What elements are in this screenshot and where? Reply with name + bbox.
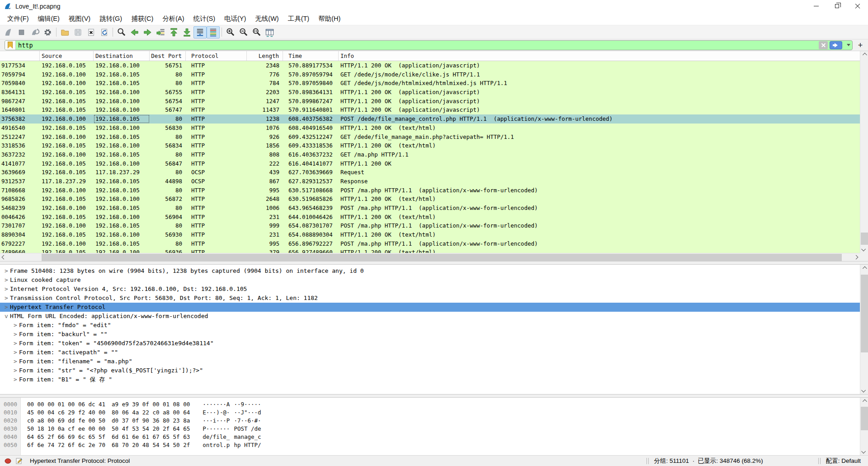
column-header-destination[interactable]: Destination	[94, 51, 150, 61]
packet-row[interactable]: 9177534 192.168.0.105 192.168.0.100 5675…	[0, 61, 868, 70]
packet-row[interactable]: 8890304 192.168.0.105 192.168.0.100 5693…	[0, 230, 868, 239]
detail-row[interactable]: > Form item: "backurl" = ""	[0, 330, 868, 339]
expand-chevron-icon[interactable]: >	[3, 285, 10, 294]
detail-row[interactable]: > Form item: "filename" = "ma.php"	[0, 357, 868, 366]
packet-row[interactable]: 3756382 192.168.0.100 192.168.0.105 80 H…	[0, 114, 868, 124]
column-header-dest-port[interactable]: Dest Port	[150, 51, 186, 61]
auto-scroll-toggle[interactable]	[193, 26, 207, 38]
profile-status[interactable]: 配置: Default	[826, 457, 861, 465]
detail-row[interactable]: > Frame 510408: 1238 bytes on wire (9904…	[0, 266, 868, 276]
packet-row[interactable]: 3637232 192.168.0.100 192.168.0.105 80 H…	[0, 150, 868, 159]
packet-row[interactable]: 1640801 192.168.0.105 192.168.0.100 5674…	[0, 105, 868, 114]
expand-chevron-icon[interactable]: >	[12, 348, 19, 357]
menu-item[interactable]: 编辑(E)	[33, 12, 64, 25]
scroll-up-button[interactable]	[860, 265, 868, 272]
expand-chevron-icon[interactable]: >	[3, 294, 10, 303]
packet-row[interactable]: 7059794 192.168.0.100 192.168.0.105 80 H…	[0, 70, 868, 79]
column-header-info[interactable]: Info	[339, 51, 868, 61]
menu-item[interactable]: 电话(Y)	[220, 12, 250, 25]
scroll-up-button[interactable]	[860, 398, 868, 405]
go-forward-button[interactable]	[141, 26, 154, 38]
packet-row[interactable]: 9867247 192.168.0.105 192.168.0.100 5675…	[0, 97, 868, 106]
stop-capture-button[interactable]	[15, 26, 28, 38]
menu-item[interactable]: 文件(F)	[3, 12, 33, 25]
column-header-length[interactable]: Length	[247, 51, 283, 61]
expand-chevron-icon[interactable]: >	[12, 339, 19, 348]
menu-item[interactable]: 跳转(G)	[95, 12, 127, 25]
hex-vscrollbar[interactable]	[860, 398, 868, 455]
go-last-packet-button[interactable]	[180, 26, 193, 38]
packet-row[interactable]: 3639669 192.168.0.105 117.18.237.29 80 O…	[0, 168, 868, 177]
detail-row[interactable]: > Hypertext Transfer Protocol	[0, 303, 868, 312]
detail-row[interactable]: > Form item: "token" = "4506900d75f2a570…	[0, 339, 868, 348]
packet-row[interactable]: 3318536 192.168.0.105 192.168.0.100 5683…	[0, 141, 868, 150]
detail-row[interactable]: > Form item: "activepath" = ""	[0, 348, 868, 357]
packet-row[interactable]: 2512247 192.168.0.100 192.168.0.105 80 H…	[0, 133, 868, 142]
close-file-button[interactable]	[85, 26, 98, 38]
menu-item[interactable]: 视图(V)	[64, 12, 95, 25]
zoom-reset-button[interactable]	[250, 26, 263, 38]
packet-row[interactable]: 4141077 192.168.0.105 192.168.0.100 5684…	[0, 159, 868, 168]
packet-row[interactable]: 8364131 192.168.0.105 192.168.0.100 5675…	[0, 88, 868, 97]
close-button[interactable]	[847, 0, 868, 12]
detail-row[interactable]: > Linux cooked capture	[0, 276, 868, 285]
menu-item[interactable]: 统计(S)	[189, 12, 220, 25]
hex-row[interactable]: 004064 65 2f 66 69 6c 65 5f6d 61 6e 61 6…	[0, 433, 868, 441]
zoom-out-button[interactable]	[237, 26, 250, 38]
scroll-left-button[interactable]	[0, 253, 8, 261]
detail-row[interactable]: > Transmission Control Protocol, Src Por…	[0, 294, 868, 303]
hex-row[interactable]: 003050 18 10 0a cf ee 00 0050 4f 53 54 2…	[0, 425, 868, 433]
expand-chevron-icon[interactable]: >	[12, 357, 19, 366]
packet-row[interactable]: 7108668 192.168.0.100 192.168.0.105 80 H…	[0, 186, 868, 195]
go-back-button[interactable]	[128, 26, 141, 38]
menu-item[interactable]: 无线(W)	[250, 12, 283, 25]
packet-row[interactable]: 7059840 192.168.0.100 192.168.0.105 80 H…	[0, 79, 868, 88]
go-first-packet-button[interactable]	[167, 26, 180, 38]
vscroll-thumb[interactable]	[861, 275, 868, 352]
details-vscrollbar[interactable]	[860, 265, 868, 394]
detail-row[interactable]: > Form item: "B1" = " 保 存 "	[0, 375, 868, 384]
detail-row[interactable]: > Internet Protocol Version 4, Src: 192.…	[0, 285, 868, 294]
packet-list-hscrollbar[interactable]	[0, 253, 860, 261]
detail-row[interactable]: v HTML Form URL Encoded: application/x-w…	[0, 312, 868, 321]
capture-options-button[interactable]	[41, 26, 54, 38]
packet-row[interactable]: 9685826 192.168.0.105 192.168.0.100 5687…	[0, 195, 868, 204]
filter-clear-button[interactable]	[819, 41, 828, 49]
filter-bookmark-button[interactable]	[5, 41, 16, 50]
menu-item[interactable]: 帮助(H)	[314, 12, 345, 25]
hex-row[interactable]: 000000 00 00 01 00 06 dc 41a9 e9 39 0f 0…	[0, 400, 868, 409]
packet-row[interactable]: 0046426 192.168.0.105 192.168.0.100 5690…	[0, 213, 868, 222]
open-file-button[interactable]	[58, 26, 71, 38]
add-filter-button[interactable]: +	[855, 40, 865, 50]
display-filter-input[interactable]: http	[5, 40, 853, 50]
packet-list-vscrollbar[interactable]	[860, 51, 868, 253]
scroll-down-button[interactable]	[860, 447, 868, 455]
column-header-no[interactable]	[0, 51, 40, 61]
column-header-source[interactable]: Source	[40, 51, 94, 61]
packet-row[interactable]: 4916540 192.168.0.105 192.168.0.100 5683…	[0, 124, 868, 133]
filter-apply-button[interactable]	[830, 41, 842, 49]
column-header-time[interactable]: Time	[283, 51, 339, 61]
zoom-in-button[interactable]	[224, 26, 237, 38]
colorize-toggle[interactable]	[207, 26, 220, 38]
hex-row[interactable]: 001045 00 04 c6 29 f2 40 0080 06 4a 22 c…	[0, 409, 868, 417]
expand-chevron-icon[interactable]: >	[3, 266, 10, 276]
expand-chevron-icon[interactable]: >	[12, 321, 19, 330]
expand-chevron-icon[interactable]: >	[3, 303, 10, 312]
scroll-up-button[interactable]	[860, 51, 868, 59]
expand-chevron-icon[interactable]: v	[3, 312, 10, 321]
scroll-right-button[interactable]	[852, 253, 860, 261]
vscroll-thumb[interactable]	[861, 233, 868, 245]
menu-item[interactable]: 工具(T)	[283, 12, 314, 25]
menu-item[interactable]: 分析(A)	[158, 12, 189, 25]
hex-row[interactable]: 00506f 6e 74 72 6f 6c 2e 7068 70 20 48 5…	[0, 441, 868, 449]
scroll-down-button[interactable]	[860, 245, 868, 253]
hex-row[interactable]: 0020c0 a8 00 69 dd fe 00 50d0 37 0f 90 3…	[0, 417, 868, 425]
scroll-down-button[interactable]	[860, 386, 868, 394]
expand-chevron-icon[interactable]: >	[12, 366, 19, 375]
packet-row[interactable]: 6792227 192.168.0.100 192.168.0.105 80 H…	[0, 239, 868, 248]
restart-capture-button[interactable]	[28, 26, 41, 38]
start-capture-button[interactable]	[2, 26, 15, 38]
reload-file-button[interactable]	[98, 26, 111, 38]
hscroll-thumb[interactable]	[42, 254, 842, 261]
